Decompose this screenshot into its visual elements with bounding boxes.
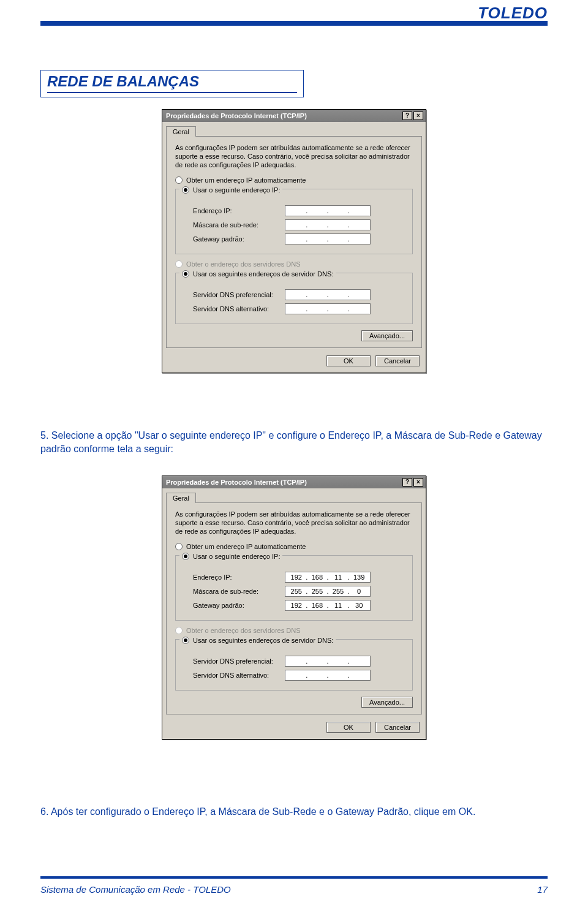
radio-auto-ip-row[interactable]: Obter um endereço IP automaticamente bbox=[175, 543, 413, 550]
label-mask: Máscara de sub-rede: bbox=[193, 221, 285, 229]
manual-dns-group: Usar os seguintes endereços de servidor … bbox=[175, 273, 413, 324]
radio-manual-ip-label: Usar o seguinte endereço IP: bbox=[193, 186, 280, 194]
label-ip: Endereço IP: bbox=[193, 574, 285, 581]
input-dns1[interactable]: ... bbox=[285, 656, 371, 667]
tcpip-properties-dialog: Propriedades de Protocolo Internet (TCP/… bbox=[162, 109, 426, 373]
input-dns2[interactable]: ... bbox=[285, 670, 371, 681]
input-mask[interactable]: 255. 255. 255. 0 bbox=[285, 586, 371, 597]
help-button[interactable]: ? bbox=[402, 478, 412, 487]
input-dns2[interactable]: ... bbox=[285, 303, 371, 314]
footer-left: Sistema de Comunicação em Rede - TOLEDO bbox=[40, 884, 231, 895]
manual-ip-group: Usar o seguinte endereço IP: Endereço IP… bbox=[175, 189, 413, 254]
radio-auto-dns bbox=[175, 627, 183, 634]
cancel-button[interactable]: Cancelar bbox=[375, 722, 420, 733]
ok-button[interactable]: OK bbox=[326, 355, 371, 366]
radio-manual-dns-label: Usar os seguintes endereços de servidor … bbox=[193, 270, 333, 278]
advanced-button[interactable]: Avançado... bbox=[361, 697, 413, 708]
radio-auto-dns-row: Obter o endereço dos servidores DNS bbox=[175, 260, 413, 268]
tab-geral[interactable]: Geral bbox=[166, 126, 196, 137]
dialog-titlebar: Propriedades de Protocolo Internet (TCP/… bbox=[162, 110, 426, 122]
tcpip-properties-dialog-filled: Propriedades de Protocolo Internet (TCP/… bbox=[162, 475, 426, 740]
cancel-button[interactable]: Cancelar bbox=[375, 355, 420, 366]
radio-auto-dns-label: Obter o endereço dos servidores DNS bbox=[186, 627, 300, 634]
footer-page-number: 17 bbox=[537, 884, 548, 895]
input-gateway[interactable]: ... bbox=[285, 233, 371, 244]
label-mask: Máscara de sub-rede: bbox=[193, 588, 285, 595]
label-gateway: Gateway padrão: bbox=[193, 602, 285, 609]
label-ip: Endereço IP: bbox=[193, 207, 285, 214]
tab-geral[interactable]: Geral bbox=[166, 493, 196, 503]
radio-auto-ip[interactable] bbox=[175, 543, 183, 550]
input-ip[interactable]: ... bbox=[285, 205, 371, 216]
radio-auto-dns-label: Obter o endereço dos servidores DNS bbox=[186, 260, 300, 268]
section-title-box: REDE DE BALANÇAS bbox=[40, 70, 304, 97]
brand-logo: TOLEDO bbox=[478, 4, 548, 23]
label-dns1: Servidor DNS preferencial: bbox=[193, 657, 285, 665]
radio-auto-ip[interactable] bbox=[175, 176, 183, 184]
radio-manual-ip[interactable] bbox=[182, 186, 189, 194]
radio-auto-ip-label: Obter um endereço IP automaticamente bbox=[186, 176, 306, 184]
input-ip[interactable]: 192. 168. 11. 139 bbox=[285, 572, 371, 583]
advanced-button[interactable]: Avançado... bbox=[361, 330, 413, 341]
radio-auto-ip-row[interactable]: Obter um endereço IP automaticamente bbox=[175, 176, 413, 184]
label-dns2: Servidor DNS alternativo: bbox=[193, 305, 285, 313]
dialog-titlebar: Propriedades de Protocolo Internet (TCP/… bbox=[162, 476, 426, 488]
label-dns1: Servidor DNS preferencial: bbox=[193, 291, 285, 298]
section-title: REDE DE BALANÇAS bbox=[47, 73, 199, 89]
help-button[interactable]: ? bbox=[402, 112, 412, 120]
dialog-help-text: As configurações IP podem ser atribuídas… bbox=[175, 144, 413, 169]
radio-auto-dns-row: Obter o endereço dos servidores DNS bbox=[175, 627, 413, 634]
dialog-panel: As configurações IP podem ser atribuídas… bbox=[166, 136, 422, 348]
close-button[interactable]: × bbox=[413, 478, 423, 487]
radio-manual-ip[interactable] bbox=[182, 553, 189, 560]
radio-manual-ip-label: Usar o seguinte endereço IP: bbox=[193, 553, 280, 560]
radio-auto-ip-label: Obter um endereço IP automaticamente bbox=[186, 543, 306, 550]
page-footer: Sistema de Comunicação em Rede - TOLEDO … bbox=[40, 884, 548, 895]
dialog-panel: As configurações IP podem ser atribuídas… bbox=[166, 502, 422, 714]
radio-manual-dns[interactable] bbox=[182, 270, 189, 278]
radio-auto-dns bbox=[175, 260, 183, 268]
manual-dns-group: Usar os seguintes endereços de servidor … bbox=[175, 639, 413, 691]
radio-manual-dns-label: Usar os seguintes endereços de servidor … bbox=[193, 637, 333, 644]
dialog-title: Propriedades de Protocolo Internet (TCP/… bbox=[166, 112, 307, 119]
radio-manual-dns[interactable] bbox=[182, 637, 189, 644]
step-6-text: 6. Após ter configurado o Endereço IP, a… bbox=[40, 805, 548, 819]
input-gateway[interactable]: 192. 168. 11. 30 bbox=[285, 600, 371, 611]
dialog-title: Propriedades de Protocolo Internet (TCP/… bbox=[166, 479, 307, 486]
input-mask[interactable]: ... bbox=[285, 219, 371, 230]
close-button[interactable]: × bbox=[413, 112, 423, 120]
input-dns1[interactable]: ... bbox=[285, 289, 371, 300]
label-dns2: Servidor DNS alternativo: bbox=[193, 672, 285, 679]
manual-ip-group: Usar o seguinte endereço IP: Endereço IP… bbox=[175, 555, 413, 621]
section-title-underline bbox=[47, 92, 297, 93]
dialog-help-text: As configurações IP podem ser atribuídas… bbox=[175, 510, 413, 536]
label-gateway: Gateway padrão: bbox=[193, 235, 285, 243]
footer-rule bbox=[40, 876, 548, 879]
ok-button[interactable]: OK bbox=[326, 722, 371, 733]
header-rule bbox=[40, 21, 548, 26]
step-5-text: 5. Selecione a opção "Usar o seguinte en… bbox=[40, 429, 548, 455]
